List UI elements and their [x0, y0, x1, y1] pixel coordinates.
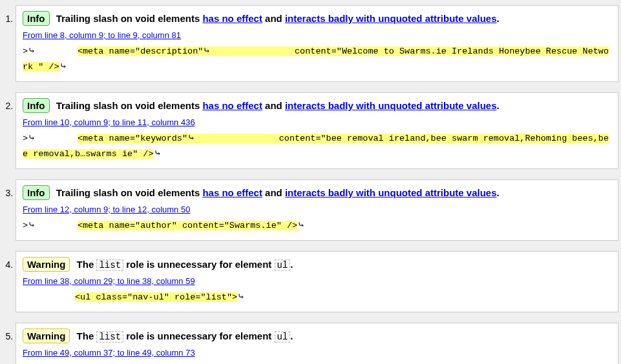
message-item: Warning The list role is unnecessary for…	[16, 251, 618, 312]
message-link[interactable]: interacts badly with unquoted attribute …	[285, 100, 497, 111]
message-text: Trailing slash on void elements has no e…	[56, 13, 500, 24]
message-text: The list role is unnecessary for element…	[77, 259, 293, 270]
code-extract: <ul class="beekeeper-ul" role="list">⤶	[23, 361, 611, 364]
message-item: Info Trailing slash on void elements has…	[16, 92, 618, 169]
highlighted-code: <meta name="author" content="Swarms.ie" …	[78, 221, 297, 230]
message-item: Info Trailing slash on void elements has…	[16, 5, 618, 82]
message-item: Info Trailing slash on void elements has…	[16, 179, 618, 241]
location-link[interactable]: From line 12, column 9; to line 12, colu…	[23, 205, 190, 214]
message-link[interactable]: interacts badly with unquoted attribute …	[285, 13, 497, 24]
message-heading: Info Trailing slash on void elements has…	[23, 185, 611, 200]
message-heading: Warning The list role is unnecessary for…	[23, 329, 611, 343]
message-link[interactable]: has no effect	[202, 100, 262, 111]
highlighted-code: <meta name="keywords"⤶ content="bee remo…	[23, 134, 609, 159]
message-box: Warning The list role is unnecessary for…	[16, 251, 618, 312]
message-heading: Warning The list role is unnecessary for…	[23, 257, 611, 272]
warning-badge: Warning	[23, 257, 70, 272]
message-box: Info Trailing slash on void elements has…	[16, 92, 618, 169]
info-badge: Info	[23, 98, 50, 113]
code-extract: >⤶ <meta name="author" content="Swarms.i…	[23, 218, 611, 234]
location-link[interactable]: From line 38, column 29; to line 38, col…	[23, 276, 195, 286]
location-line: From line 10, column 9; to line 11, colu…	[23, 117, 611, 127]
message-text: Trailing slash on void elements has no e…	[56, 100, 500, 111]
code-keyword: ul	[275, 331, 291, 343]
message-box: Info Trailing slash on void elements has…	[16, 179, 618, 241]
location-line: From line 12, column 9; to line 12, colu…	[23, 204, 611, 214]
code-extract: >⤶ <meta name="description"⤶ content="We…	[23, 44, 611, 75]
highlighted-code: <meta name="description"⤶ content="Welco…	[23, 46, 609, 72]
location-link[interactable]: From line 8, column 9; to line 9, column…	[23, 30, 181, 40]
location-line: From line 8, column 9; to line 9, column…	[23, 30, 611, 40]
message-heading: Info Trailing slash on void elements has…	[23, 98, 611, 113]
code-extract: >⤶ <meta name="keywords"⤶ content="bee r…	[23, 131, 611, 162]
highlighted-code: <ul class="nav-ul" role="list">	[75, 292, 237, 302]
code-keyword: ul	[275, 259, 291, 271]
warning-badge: Warning	[23, 329, 70, 343]
location-line: From line 49, column 37; to line 49, col…	[23, 347, 611, 358]
location-line: From line 38, column 29; to line 38, col…	[23, 276, 611, 286]
code-keyword: list	[96, 259, 123, 271]
message-link[interactable]: has no effect	[202, 187, 262, 198]
code-keyword: list	[96, 331, 123, 343]
message-box: Warning The list role is unnecessary for…	[16, 323, 618, 364]
info-badge: Info	[23, 185, 50, 200]
message-box: Info Trailing slash on void elements has…	[16, 5, 618, 82]
message-text: The list role is unnecessary for element…	[77, 330, 293, 341]
message-heading: Info Trailing slash on void elements has…	[23, 11, 611, 26]
location-link[interactable]: From line 49, column 37; to line 49, col…	[23, 348, 195, 358]
code-extract: <ul class="nav-ul" role="list">⤶	[23, 290, 611, 305]
message-list: Info Trailing slash on void elements has…	[3, 5, 618, 364]
message-text: Trailing slash on void elements has no e…	[56, 187, 500, 198]
message-item: Warning The list role is unnecessary for…	[16, 323, 618, 364]
location-link[interactable]: From line 10, column 9; to line 11, colu…	[23, 117, 195, 127]
message-link[interactable]: interacts badly with unquoted attribute …	[285, 187, 497, 198]
info-badge: Info	[23, 11, 50, 26]
message-link[interactable]: has no effect	[202, 13, 262, 24]
